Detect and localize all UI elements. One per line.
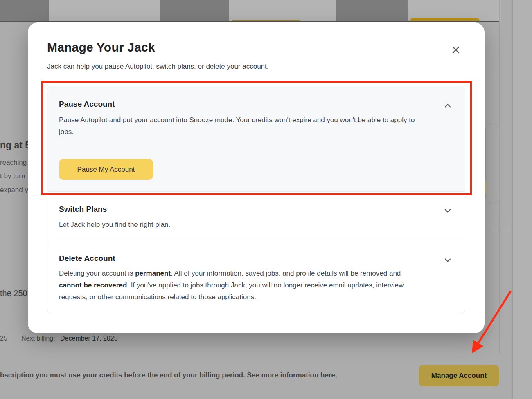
footer-divider xyxy=(0,356,500,356)
background-text-fragment: reaching xyxy=(0,159,27,167)
close-icon xyxy=(451,45,460,54)
background-card-dark xyxy=(160,0,229,21)
background-card-dark xyxy=(336,0,408,21)
pause-account-section: Pause Account Pause Autopilot and put yo… xyxy=(47,86,465,192)
next-billing-date: December 17, 2025 xyxy=(60,335,118,342)
more-information-link[interactable]: here. xyxy=(320,371,337,379)
background-card-line xyxy=(485,231,512,231)
manage-your-jack-modal: Manage Your Jack Jack can help you pause… xyxy=(28,22,485,333)
background-panel-edge xyxy=(512,0,513,399)
pause-account-heading[interactable]: Pause Account xyxy=(59,100,115,109)
background-card-line xyxy=(485,78,499,78)
pause-my-account-button[interactable]: Pause My Account xyxy=(59,159,153,180)
delete-account-section: Delete Account Deleting your account is … xyxy=(47,241,465,314)
switch-plans-section: Switch Plans Let Jack help you find the … xyxy=(47,192,465,241)
background-right-panel xyxy=(513,0,532,399)
billing-period-note: bscription you must use your credits bef… xyxy=(0,371,376,379)
switch-plans-description: Let Jack help you find the right plan. xyxy=(59,219,421,231)
switch-plans-expand-toggle[interactable] xyxy=(443,206,453,215)
account-options-list: Pause Account Pause Autopilot and put yo… xyxy=(47,86,465,314)
next-billing-label: Next billing: xyxy=(21,335,55,342)
background-text-fragment: expand y xyxy=(0,186,28,194)
background-divider xyxy=(0,21,500,22)
chevron-down-icon xyxy=(443,206,453,215)
background-plan-price-fragment: ng at 5 xyxy=(0,140,30,151)
background-text-fragment: t by turn xyxy=(0,172,25,180)
pause-collapse-toggle[interactable] xyxy=(443,101,453,111)
delete-account-description: Deleting your account is permanent. All … xyxy=(59,267,421,303)
close-button[interactable] xyxy=(449,44,462,57)
background-card-outline xyxy=(485,124,498,203)
modal-subtitle: Jack can help you pause Autopilot, switc… xyxy=(47,63,269,71)
chevron-down-icon xyxy=(443,255,453,265)
manage-account-button[interactable]: Manage Account xyxy=(419,365,499,386)
chevron-up-icon xyxy=(443,101,453,111)
modal-title: Manage Your Jack xyxy=(47,40,155,54)
billing-fragment: 25 xyxy=(0,335,7,342)
switch-plans-heading[interactable]: Switch Plans xyxy=(59,205,107,214)
billing-period-note-text: bscription you must use your credits bef… xyxy=(0,371,320,379)
delete-account-expand-toggle[interactable] xyxy=(443,255,453,265)
background-credits-fragment: the 250 xyxy=(0,289,27,298)
background-card-light xyxy=(229,0,336,21)
background-card-light xyxy=(49,0,160,21)
background-vertical-line xyxy=(499,0,500,355)
background-card-dark xyxy=(0,0,49,21)
delete-account-heading[interactable]: Delete Account xyxy=(59,254,115,263)
background-card-line xyxy=(486,217,510,217)
pause-account-description: Pause Autopilot and put your account int… xyxy=(59,114,421,138)
